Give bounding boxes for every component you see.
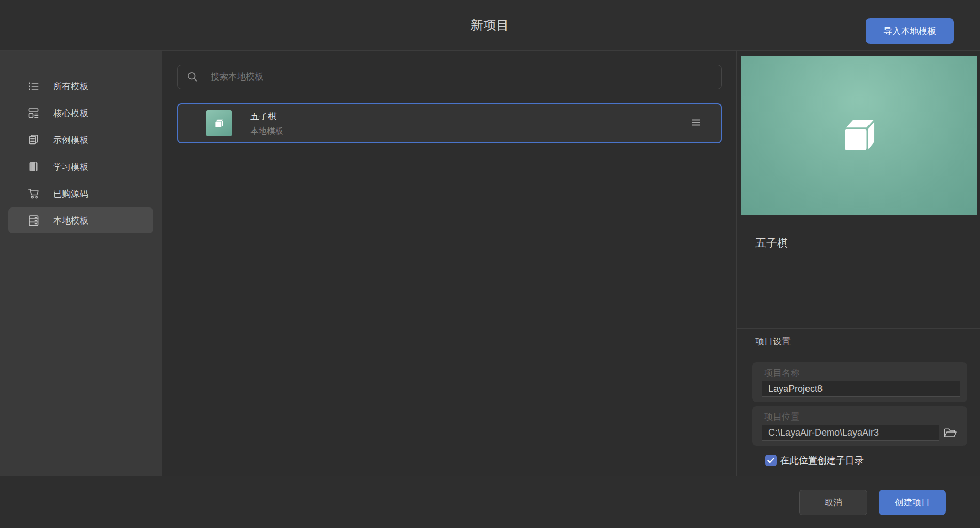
sidebar-item-core-templates[interactable]: 核心模板 — [8, 100, 153, 126]
page-title: 新项目 — [471, 17, 510, 34]
project-settings-section: 项目设置 项目名称 项目位置 — [737, 328, 980, 476]
template-actions-menu-button[interactable] — [690, 117, 702, 130]
sidebar-item-example-templates[interactable]: 示例模板 — [8, 127, 153, 153]
book-icon — [27, 161, 40, 173]
template-thumbnail — [206, 110, 232, 136]
project-location-field-group: 项目位置 — [752, 406, 967, 446]
project-location-input[interactable] — [762, 425, 939, 441]
template-category-sidebar: 所有模板 核心模板 — [0, 51, 162, 476]
sidebar-item-all-templates[interactable]: 所有模板 — [8, 73, 153, 99]
shopping-cart-icon — [27, 187, 40, 200]
template-detail-panel: 五子棋 项目设置 项目名称 项目位置 — [736, 51, 980, 476]
search-input[interactable] — [211, 72, 712, 82]
template-title: 五子棋 — [250, 110, 283, 122]
project-settings-heading: 项目设置 — [755, 335, 967, 347]
template-preview-image — [741, 56, 977, 215]
sidebar-item-label: 所有模板 — [53, 81, 88, 92]
list-icon — [27, 80, 40, 92]
dialog-footer: 取消 创建项目 — [0, 476, 980, 528]
menu-lines-icon — [692, 119, 700, 126]
cube-icon — [215, 119, 224, 128]
template-text: 五子棋 本地模板 — [250, 110, 283, 137]
dialog-header: 新项目 导入本地模板 — [0, 0, 980, 51]
sidebar-item-label: 核心模板 — [53, 107, 88, 119]
server-icon — [27, 214, 40, 227]
template-list-item-gomoku[interactable]: 五子棋 本地模板 — [177, 103, 722, 143]
documents-icon — [27, 134, 40, 146]
layout-blocks-icon — [27, 107, 40, 119]
search-box — [177, 65, 722, 89]
sidebar-item-label: 学习模板 — [53, 161, 88, 173]
sidebar-item-label: 已购源码 — [53, 188, 88, 200]
cancel-button[interactable]: 取消 — [799, 490, 867, 515]
sidebar-item-label: 示例模板 — [53, 134, 88, 146]
project-location-label: 项目位置 — [762, 411, 960, 423]
project-name-input[interactable] — [762, 381, 960, 397]
preview-section: 五子棋 — [737, 51, 980, 328]
browse-folder-button[interactable] — [943, 428, 957, 439]
sidebar-item-learning-templates[interactable]: 学习模板 — [8, 154, 153, 180]
template-subtitle: 本地模板 — [250, 126, 283, 137]
sidebar-item-label: 本地模板 — [53, 215, 88, 227]
cube-icon — [842, 119, 876, 153]
search-icon — [187, 71, 198, 83]
create-subdirectory-label: 在此位置创建子目录 — [780, 454, 864, 467]
checkmark-icon — [767, 458, 774, 463]
sidebar-item-local-templates[interactable]: 本地模板 — [8, 207, 153, 233]
preview-template-title: 五子棋 — [755, 236, 980, 250]
import-local-template-button[interactable]: 导入本地模板 — [866, 18, 954, 44]
open-folder-icon — [943, 428, 957, 439]
project-name-label: 项目名称 — [762, 367, 960, 379]
create-project-button[interactable]: 创建项目 — [879, 490, 946, 515]
sidebar-item-purchased-source[interactable]: 已购源码 — [8, 181, 153, 206]
create-subdirectory-option[interactable]: 在此位置创建子目录 — [765, 454, 967, 467]
template-list-panel: 五子棋 本地模板 — [162, 51, 736, 476]
new-project-dialog: 新项目 导入本地模板 所有模板 — [0, 0, 980, 528]
project-name-field-group: 项目名称 — [752, 362, 967, 402]
create-subdirectory-checkbox[interactable] — [765, 455, 777, 466]
